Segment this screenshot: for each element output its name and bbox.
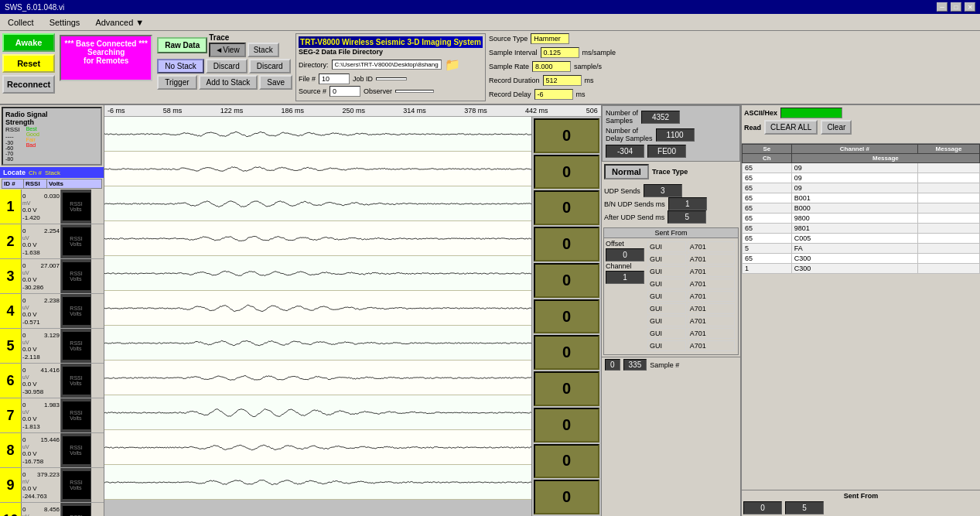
time-label: -6 ms xyxy=(108,107,125,114)
seg2-source-number[interactable]: 0 xyxy=(330,86,360,97)
clear-button[interactable]: Clear xyxy=(821,120,852,135)
message-table-row: 659800 xyxy=(743,214,980,224)
top-controls: Awake Reset Reconnect *** Base Connected… xyxy=(0,31,980,105)
delay-neg-value: -304 xyxy=(606,145,644,158)
rssi-section: Radio Signal Strength RSSI ---- -30 -60 … xyxy=(2,107,102,166)
offset-value[interactable]: 0 xyxy=(606,248,644,261)
channel-offset-value[interactable]: 1 xyxy=(606,271,644,284)
ch-label: Ch # xyxy=(29,169,42,176)
window-controls[interactable]: ─ □ ✕ xyxy=(937,2,975,12)
channel-values-7: 0 1.983 uV 0.0 V -1.813 xyxy=(22,401,60,431)
channel-row: 5 0 3.129 uV 0.0 V -2.118 RSSIVolts xyxy=(0,329,104,364)
channel-stack-7: RSSIVolts xyxy=(60,398,91,432)
sample-rate-value[interactable]: 8.000 xyxy=(532,61,571,72)
channel-number-5: 5 xyxy=(0,329,22,363)
waveform-row-2 xyxy=(104,152,531,186)
id-header: ID # xyxy=(2,179,24,188)
num-delay-row: Number ofDelay Samples 1100 xyxy=(606,127,736,142)
close-button[interactable]: ✕ xyxy=(965,2,975,12)
clear-all-button[interactable]: CLEAR ALL xyxy=(764,120,818,135)
channel-values-6: 0 41.416 uV 0.0 V -30.958 xyxy=(22,366,60,396)
seg2-observer[interactable] xyxy=(395,90,434,93)
trigger-button[interactable]: Trigger xyxy=(157,75,196,90)
stack-button[interactable]: Stack xyxy=(248,43,279,57)
record-delay-value[interactable]: -6 xyxy=(534,89,573,100)
time-label: 506 xyxy=(586,107,598,114)
message-table-row: 65B000 xyxy=(743,203,980,214)
advanced-menu[interactable]: Advanced ▼ xyxy=(89,16,150,29)
waveform-path-3 xyxy=(104,201,531,207)
channel-stack-4: RSSIVolts xyxy=(60,294,91,328)
channel-values-10: 0 8.456 uV 0.0 V -8.384 xyxy=(22,505,60,517)
left-panel: Radio Signal Strength RSSI ---- -30 -60 … xyxy=(0,105,104,516)
ascii-input[interactable] xyxy=(780,108,842,118)
awake-button[interactable]: Awake xyxy=(2,33,55,52)
ascii-label: ASCII/Hex xyxy=(744,109,777,117)
waveform-row-5 xyxy=(104,256,531,291)
save-button[interactable]: Save xyxy=(259,75,292,90)
waveform-svg-9 xyxy=(104,395,531,430)
normal-trace-row: Normal Trace Type xyxy=(602,162,740,182)
channel-number-9: 9 xyxy=(0,468,22,502)
ascii-section: ASCII/Hex Read CLEAR ALL Clear xyxy=(742,105,980,143)
settings-menu[interactable]: Settings xyxy=(43,16,87,29)
waveform-row-8 xyxy=(104,361,531,395)
view-button[interactable]: ◄View xyxy=(209,43,245,57)
channel-number-1: 1 xyxy=(0,190,22,224)
channel-number-7: 7 xyxy=(0,398,22,432)
amp-display-5: 0 xyxy=(534,263,599,298)
num-samples-value[interactable]: 4352 xyxy=(641,111,680,124)
waveform-row-4 xyxy=(104,221,531,256)
channel-stack-6: RSSIVolts xyxy=(60,364,91,398)
reconnect-button[interactable]: Reconnect xyxy=(2,75,55,94)
amp-display-2: 0 xyxy=(534,155,599,190)
add-to-stack-button[interactable]: Add to Stack xyxy=(199,75,258,90)
record-duration-value[interactable]: 512 xyxy=(543,75,582,86)
channel-values-9: 0 379.223 nV 0.0 V -244.763 xyxy=(22,470,60,501)
channel-number-3: 3 xyxy=(0,259,22,293)
num-samples-row: Number ofSamples 4352 xyxy=(606,109,736,125)
menu-bar: Collect Settings Advanced ▼ xyxy=(0,14,980,31)
message-table-row: 65B001 xyxy=(743,193,980,203)
locate-label: Locate xyxy=(3,169,26,176)
seg2-browse-icon[interactable]: 📁 xyxy=(445,57,460,72)
waveform-svg-2 xyxy=(104,152,531,186)
minimize-button[interactable]: ─ xyxy=(937,2,948,12)
sample-interval-value[interactable]: 0.125 xyxy=(541,47,579,58)
channel-stack-5: RSSIVolts xyxy=(60,329,91,363)
amplitude-panel: 00000000000 xyxy=(531,117,601,516)
seg2-file-number[interactable]: 10 xyxy=(319,73,350,84)
message-table-row: 65C005 xyxy=(743,234,980,244)
rssi-header: RSSI xyxy=(24,179,47,188)
channel-values-2: 0 2.254 uV 0.0 V -1.638 xyxy=(22,227,60,257)
waveform-svg-1 xyxy=(104,117,531,152)
seg2-job-id[interactable] xyxy=(376,77,407,80)
amp-display-4: 0 xyxy=(534,227,599,261)
amp-display-6: 0 xyxy=(534,299,599,334)
message-header2: Message xyxy=(791,154,979,163)
channel-stack-2: RSSIVolts xyxy=(60,224,91,258)
raw-data-button[interactable]: Raw Data xyxy=(157,37,207,53)
discard-button2[interactable]: Discard xyxy=(249,59,291,73)
num-delay-value[interactable]: 1100 xyxy=(656,128,695,142)
right-right-value: 5 xyxy=(785,501,824,514)
message-table-row: 6509 xyxy=(743,163,980,173)
message-table-row: 5FA xyxy=(743,244,980,254)
discard-button1[interactable]: Discard xyxy=(206,59,248,73)
reset-button[interactable]: Reset xyxy=(2,54,55,73)
channel-row: 6 0 41.416 uV 0.0 V -30.958 RSSIVolts xyxy=(0,364,104,398)
sent-from-row: GUIA701 xyxy=(647,254,735,265)
right-sent-from: Sent From 0 5 xyxy=(742,490,980,516)
source-type-value[interactable]: Hammer xyxy=(531,33,569,44)
channel-values-3: 0 27.007 uV 0.0 V -30.286 xyxy=(22,261,60,292)
no-stack-button[interactable]: No Stack xyxy=(157,59,204,73)
se-header: Se xyxy=(743,145,792,154)
seg2-directory[interactable]: C:\Users\TRT-V8000\Desktop\8shang xyxy=(332,60,442,70)
maximize-button[interactable]: □ xyxy=(951,2,961,12)
waveform-path-10 xyxy=(104,445,531,450)
fed-value: FE00 xyxy=(647,145,686,158)
message-table-row: 1C300 xyxy=(743,264,980,274)
waveform-svg-4 xyxy=(104,221,531,256)
collect-menu[interactable]: Collect xyxy=(2,16,40,29)
base-connected-text: *** Base Connected *** Searching for Rem… xyxy=(65,39,148,65)
